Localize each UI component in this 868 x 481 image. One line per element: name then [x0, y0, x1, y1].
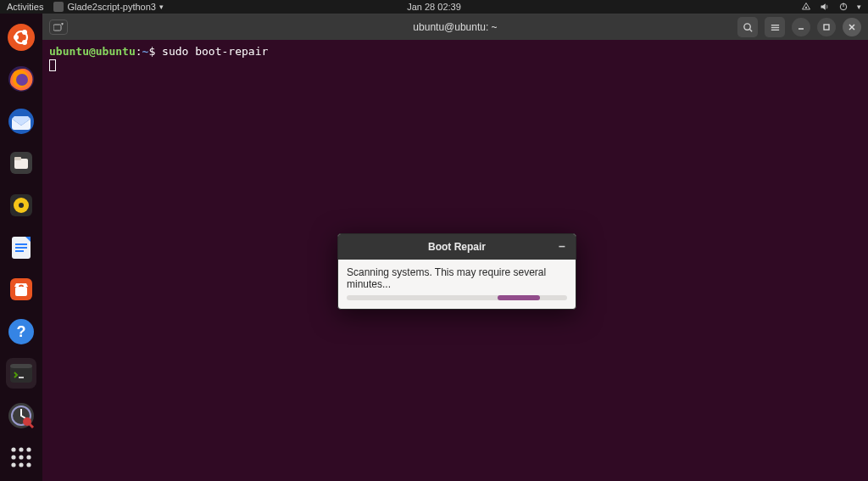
- svg-point-34: [26, 448, 31, 452]
- svg-rect-13: [14, 157, 21, 160]
- svg-point-36: [19, 456, 23, 460]
- dock-item-files[interactable]: [6, 148, 36, 179]
- terminal-titlebar: ubuntu@ubuntu: ~: [42, 14, 868, 40]
- app-menu[interactable]: Glade2script-python3 ▾: [53, 2, 164, 12]
- svg-rect-20: [15, 250, 24, 252]
- svg-point-33: [19, 448, 23, 452]
- prompt-colon: :: [136, 45, 142, 58]
- svg-point-0: [805, 7, 807, 8]
- chevron-down-icon: ▾: [159, 3, 164, 11]
- dock-item-libreoffice-writer[interactable]: [6, 232, 36, 263]
- terminal-cparameters-line: [49, 59, 861, 72]
- dock-item-ubuntu-dash[interactable]: [6, 22, 36, 53]
- svg-rect-41: [53, 25, 61, 31]
- svg-point-40: [26, 463, 31, 467]
- svg-rect-50: [824, 25, 829, 30]
- power-icon: [838, 2, 849, 12]
- svg-text:?: ?: [17, 323, 26, 340]
- chevron-down-icon: ▾: [857, 3, 861, 11]
- prompt-user: ubuntu@ubuntu: [49, 45, 136, 58]
- boot-repair-dialog: Boot Repair – Scanning systems. This may…: [337, 233, 576, 310]
- dock-item-help[interactable]: ?: [6, 316, 36, 347]
- svg-rect-22: [15, 287, 27, 296]
- maximize-button[interactable]: [817, 18, 836, 36]
- clock[interactable]: Jan 28 02:39: [407, 2, 461, 12]
- volume-icon: [820, 2, 830, 12]
- app-menu-label: Glade2script-python3: [67, 2, 156, 12]
- svg-point-32: [11, 448, 15, 452]
- dock-item-firefox[interactable]: [6, 64, 36, 95]
- dialog-message: Scanning systems. This may require sever…: [347, 266, 567, 290]
- svg-point-3: [8, 24, 35, 51]
- search-button[interactable]: [737, 17, 758, 37]
- dock-item-terminal[interactable]: [6, 358, 36, 389]
- hamburger-menu-button[interactable]: [765, 17, 785, 37]
- dock-item-software[interactable]: [6, 274, 36, 305]
- dock: ?: [0, 14, 42, 481]
- svg-line-45: [749, 29, 752, 31]
- progress-bar: [347, 295, 567, 300]
- dock-item-rhythmbox[interactable]: [6, 190, 36, 221]
- dock-item-thunderbird[interactable]: [6, 106, 36, 137]
- dialog-titlebar: Boot Repair –: [338, 234, 576, 260]
- progress-bar-chunk: [498, 295, 540, 300]
- svg-point-44: [743, 23, 749, 29]
- dock-item-boot-repair[interactable]: [6, 400, 36, 431]
- svg-line-31: [30, 424, 33, 428]
- svg-rect-26: [10, 364, 32, 368]
- dialog-title: Boot Repair: [428, 241, 486, 253]
- system-status-area[interactable]: ▾: [801, 2, 861, 12]
- prompt-dollar: $: [148, 45, 162, 58]
- activities-button[interactable]: Activities: [7, 2, 43, 12]
- dock-show-applications[interactable]: [6, 442, 36, 473]
- minimize-button[interactable]: [792, 18, 810, 36]
- terminal-command: sudo boot-repair: [162, 45, 268, 58]
- new-tab-button[interactable]: [49, 20, 68, 35]
- svg-point-39: [19, 463, 23, 467]
- terminal-line: ubuntu@ubuntu:~$ sudo boot-repair: [49, 45, 861, 59]
- svg-point-9: [16, 74, 28, 86]
- svg-point-37: [26, 456, 31, 460]
- terminal-cursor: [49, 59, 56, 71]
- terminal-title: ubuntu@ubuntu: ~: [413, 21, 497, 33]
- svg-rect-18: [15, 243, 27, 245]
- svg-rect-19: [15, 247, 27, 249]
- svg-point-35: [11, 456, 15, 460]
- network-icon: [801, 2, 811, 12]
- svg-point-38: [11, 463, 15, 467]
- terminal-body[interactable]: ubuntu@ubuntu:~$ sudo boot-repair: [42, 40, 868, 77]
- dialog-minimize-button[interactable]: –: [555, 239, 569, 253]
- svg-point-16: [19, 203, 24, 208]
- app-menu-icon: [53, 2, 64, 12]
- gnome-topbar: Activities Glade2script-python3 ▾ Jan 28…: [0, 0, 868, 14]
- dialog-body: Scanning systems. This may require sever…: [338, 260, 576, 309]
- close-button[interactable]: [843, 18, 861, 36]
